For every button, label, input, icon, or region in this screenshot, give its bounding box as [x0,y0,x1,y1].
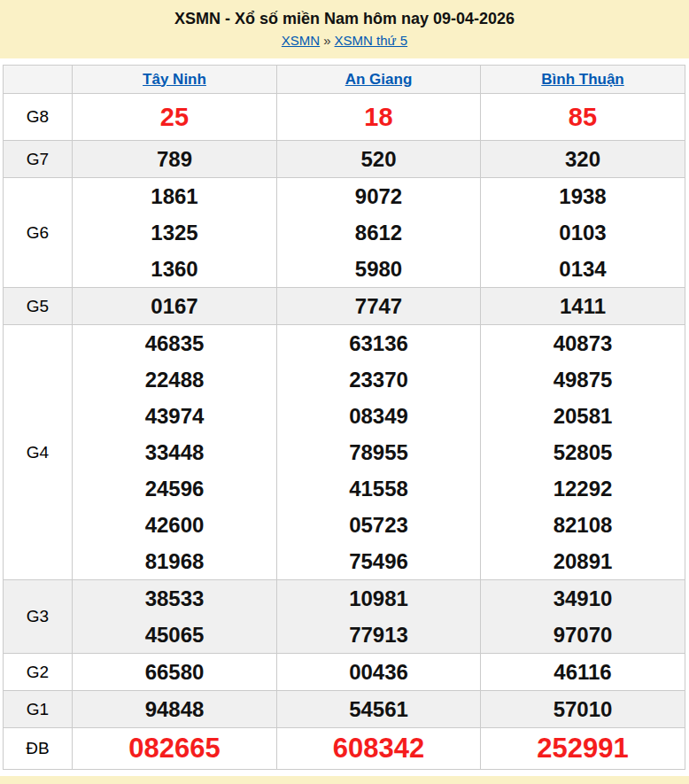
prize-number: 520 [277,141,480,177]
prize-number: 5980 [277,251,480,287]
prize-number: 82108 [481,507,685,543]
prize-row-g7: G7789520320 [4,141,685,178]
column-header-link-binh-thuan[interactable]: Bình Thuận [541,71,623,88]
prize-label: G2 [4,654,73,691]
prize-number: 8612 [277,214,480,251]
prize-number: 40873 [481,325,685,361]
prize-number: 42600 [73,507,276,543]
prize-numbers-cell: 320 [481,141,685,178]
prize-row-g3: G3385334506510981779133491097070 [4,580,685,654]
prize-numbers-cell: 46835224884397433448245964260081968 [73,325,277,580]
breadcrumb: XSMN»XSMN thứ 5 [0,32,689,50]
column-header-cell: Bình Thuận [481,66,685,94]
prize-numbers-cell: 66580 [73,654,277,691]
prize-number: 46835 [73,325,276,361]
prize-numbers-cell: 789 [73,141,277,178]
prize-number: 34910 [481,580,685,617]
prize-number: 1325 [73,214,276,251]
prize-number: 1861 [73,178,276,214]
prize-number: 85 [481,94,685,140]
prize-number: 608342 [277,728,480,769]
prize-number: 78955 [277,434,480,470]
prize-row-g8: G8251885 [4,94,685,141]
column-header-link-an-giang[interactable]: An Giang [345,71,413,88]
prize-number: 08349 [277,398,480,434]
prize-number: 252991 [481,728,685,769]
prize-label: G8 [4,94,73,141]
prize-numbers-cell: 1098177913 [277,580,481,654]
prize-numbers-cell: 85 [481,94,685,141]
prize-label: G3 [4,580,73,654]
prize-number: 41558 [277,470,480,507]
prize-number: 97070 [481,617,685,653]
prize-number: 75496 [277,543,480,579]
prize-number: 57010 [481,691,685,727]
prize-number: 52805 [481,434,685,470]
prize-number: 18 [277,94,480,140]
prize-row-g5: G5016777471411 [4,288,685,325]
breadcrumb-link-xsmn-thu5[interactable]: XSMN thứ 5 [335,33,408,48]
prize-number: 63136 [277,325,480,361]
prize-number: 1360 [73,251,276,287]
prize-numbers-cell: 0167 [73,288,277,325]
prize-label: G6 [4,178,73,288]
prize-numbers-cell: 25 [73,94,277,141]
prize-number: 20891 [481,543,685,579]
prize-row-g6: G6186113251360907286125980193801030134 [4,178,685,288]
prize-numbers-cell: 46116 [481,654,685,691]
prize-number: 66580 [73,654,276,690]
prize-numbers-cell: 082665 [73,728,277,770]
prize-number: 81968 [73,543,276,579]
prize-label: G4 [4,325,73,580]
prize-number: 23370 [277,361,480,398]
prize-number: 45065 [73,617,276,653]
column-header-link-tay-ninh[interactable]: Tây Ninh [143,71,206,88]
prize-numbers-cell: 57010 [481,691,685,728]
lottery-results-table: Tây Ninh An Giang Bình Thuận G8251885G77… [3,65,685,770]
prize-numbers-cell: 608342 [277,728,481,770]
prize-numbers-cell: 00436 [277,654,481,691]
breadcrumb-separator: » [323,33,330,48]
prize-number: 0167 [73,288,276,324]
prize-number: 9072 [277,178,480,214]
prize-numbers-cell: 94848 [73,691,277,728]
prize-number: 33448 [73,434,276,470]
prize-number: 7747 [277,288,480,324]
prize-row-g1: G1948485456157010 [4,691,685,728]
prize-number: 0134 [481,251,685,287]
column-header-cell: Tây Ninh [73,66,277,94]
prize-numbers-cell: 40873498752058152805122928210820891 [481,325,685,580]
prize-row-đb: ĐB082665608342252991 [4,728,685,770]
prize-number: 1938 [481,178,685,214]
prize-number: 54561 [277,691,480,727]
prize-label: G1 [4,691,73,728]
prize-numbers-cell: 54561 [277,691,481,728]
prize-number: 082665 [73,728,276,769]
prize-number: 25 [73,94,276,140]
prize-number: 20581 [481,398,685,434]
prize-label: ĐB [4,728,73,770]
prize-numbers-cell: 63136233700834978955415580572375496 [277,325,481,580]
prize-number: 22488 [73,361,276,398]
prize-number: 49875 [481,361,685,398]
prize-number: 77913 [277,617,480,653]
page-title: XSMN - Xổ số miền Nam hôm nay 09-04-2026 [0,8,689,29]
prize-numbers-cell: 3853345065 [73,580,277,654]
bottom-banner-edge [0,776,689,784]
prize-number: 94848 [73,691,276,727]
prize-label: G7 [4,141,73,178]
prize-numbers-cell: 7747 [277,288,481,325]
prize-number: 43974 [73,398,276,434]
prize-number: 0103 [481,214,685,251]
prize-number: 46116 [481,654,685,690]
prize-number: 05723 [277,507,480,543]
prize-number: 12292 [481,470,685,507]
prize-row-g4: G446835224884397433448245964260081968631… [4,325,685,580]
prize-numbers-cell: 1411 [481,288,685,325]
prize-number: 24596 [73,470,276,507]
breadcrumb-link-xsmn[interactable]: XSMN [282,33,320,48]
corner-cell [4,66,73,94]
table-header-row: Tây Ninh An Giang Bình Thuận [4,66,685,94]
prize-number: 789 [73,141,276,177]
prize-numbers-cell: 907286125980 [277,178,481,288]
